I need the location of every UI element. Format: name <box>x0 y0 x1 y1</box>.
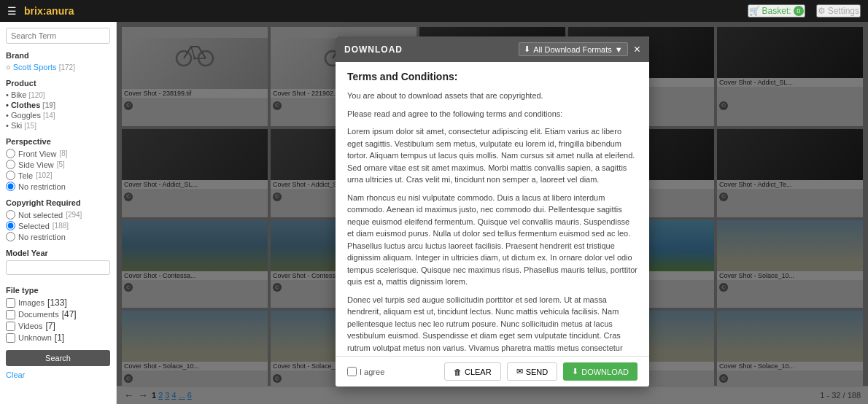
modal-overlay: DOWNLOAD ⬇ All Download Formats ▼ × Term… <box>117 22 868 404</box>
brand-title: Brand <box>6 51 110 60</box>
model-year-title: Model Year <box>6 249 110 257</box>
sidebar-item-goggles[interactable]: • Goggles [14] <box>6 111 110 120</box>
filetype-videos[interactable]: Videos [7] <box>6 321 110 331</box>
hamburger-icon[interactable]: ☰ <box>7 5 17 17</box>
sidebar-item-ski[interactable]: • Ski [15] <box>6 121 110 130</box>
format-label: All Download Formats <box>533 45 612 54</box>
download-modal: DOWNLOAD ⬇ All Download Formats ▼ × Term… <box>336 36 649 386</box>
main-layout: Brand ○ Scott Sports [172] Product • Bik… <box>0 22 868 404</box>
send-label: SEND <box>526 368 549 376</box>
file-type-title: File type <box>6 286 110 295</box>
agree-checkbox-group[interactable]: I agree <box>347 367 384 376</box>
perspective-tele[interactable]: Tele [102] <box>6 171 110 180</box>
sidebar-item-brand-scott[interactable]: ○ Scott Sports [172] <box>6 63 110 71</box>
copyright-title: Copyright Required <box>6 198 110 207</box>
perspective-front[interactable]: Front View [8] <box>6 149 110 158</box>
clear-label: CLEAR <box>465 368 492 376</box>
copyright-not-selected[interactable]: Not selected [294] <box>6 210 110 220</box>
trash-icon: 🗑 <box>454 368 462 376</box>
modal-para2: Nam rhoncus eu nisl vulputate commodo. D… <box>347 192 638 288</box>
modal-para3: Donec vel turpis sed augue sollicitudin … <box>347 294 638 357</box>
settings-button[interactable]: ⚙ Settings <box>816 4 861 18</box>
clothes-count: [19] <box>42 101 55 109</box>
selected-label: Selected <box>18 222 50 230</box>
copyright-section: Copyright Required Not selected [294] Se… <box>6 198 110 241</box>
send-icon: ✉ <box>516 367 523 376</box>
product-section: Product • Bike [120] • Clothes [19] • Go… <box>6 79 110 130</box>
filetype-unknown[interactable]: Unknown [1] <box>6 333 110 343</box>
modal-intro2: Please read and agree to the following t… <box>347 108 638 120</box>
send-button[interactable]: ✉ SEND <box>507 362 558 381</box>
format-select[interactable]: ⬇ All Download Formats ▼ <box>519 42 627 56</box>
modal-body: Terms and Conditions: You are about to d… <box>336 62 649 356</box>
modal-header-right: ⬇ All Download Formats ▼ × <box>519 42 640 56</box>
format-icon: ⬇ <box>524 44 530 54</box>
model-year-input[interactable] <box>6 260 110 275</box>
download-button[interactable]: ⬇ DOWNLOAD <box>563 362 638 381</box>
perspective-title: Perspective <box>6 137 110 146</box>
modal-para1: Lorem ipsum dolor sit amet, consectetur … <box>347 125 638 186</box>
download-label: DOWNLOAD <box>581 368 629 376</box>
modal-footer: I agree 🗑 CLEAR ✉ SEND ⬇ DOW <box>336 356 649 386</box>
clothes-label: Clothes <box>11 101 40 109</box>
filetype-documents[interactable]: Documents [47] <box>6 309 110 319</box>
modal-heading: Terms and Conditions: <box>347 71 638 82</box>
search-input[interactable] <box>6 28 110 44</box>
topbar: ☰ brix:anura 🛒 Basket: 0 ⚙ Settings <box>0 0 868 22</box>
clear-link[interactable]: Clear <box>6 370 25 379</box>
brand-count-scott: [172] <box>59 63 75 71</box>
agree-label: I agree <box>360 368 384 376</box>
brand-name: brix:anura <box>24 5 74 17</box>
model-year-section: Model Year <box>6 249 110 279</box>
brand-section: Brand ○ Scott Sports [172] <box>6 51 110 71</box>
modal-close-button[interactable]: × <box>634 44 640 55</box>
product-title: Product <box>6 79 110 88</box>
file-type-section: File type Images [133] Documents [47] Vi… <box>6 286 110 343</box>
basket-count: 0 <box>794 6 804 16</box>
basket-button[interactable]: 🛒 Basket: 0 <box>748 4 805 18</box>
perspective-side[interactable]: Side View [5] <box>6 160 110 169</box>
modal-intro1: You are about to download assets that ar… <box>347 90 638 102</box>
sidebar-item-bike[interactable]: • Bike [120] <box>6 90 110 99</box>
filetype-images[interactable]: Images [133] <box>6 298 110 308</box>
sidebar-item-clothes[interactable]: • Clothes [19] <box>6 101 110 109</box>
clear-button[interactable]: 🗑 CLEAR <box>444 362 501 381</box>
search-button[interactable]: Search <box>6 350 110 366</box>
sidebar: Brand ○ Scott Sports [172] Product • Bik… <box>0 22 117 404</box>
copyright-selected[interactable]: Selected [188] <box>6 221 110 230</box>
perspective-section: Perspective Front View [8] Side View [5]… <box>6 137 110 191</box>
modal-header: DOWNLOAD ⬇ All Download Formats ▼ × <box>336 36 649 62</box>
settings-label: Settings <box>828 6 859 16</box>
download-icon: ⬇ <box>572 367 578 376</box>
perspective-none[interactable]: No restriction <box>6 182 110 191</box>
brand-link-scott[interactable]: Scott Sports <box>13 63 57 71</box>
basket-label: Basket: <box>762 6 791 16</box>
topbar-right: 🛒 Basket: 0 ⚙ Settings <box>748 4 861 18</box>
agree-checkbox[interactable] <box>347 367 357 376</box>
footer-buttons: 🗑 CLEAR ✉ SEND ⬇ DOWNLOAD <box>444 362 638 381</box>
topbar-left: ☰ brix:anura <box>7 5 74 17</box>
modal-title: DOWNLOAD <box>344 44 403 55</box>
format-chevron-icon: ▼ <box>615 45 623 54</box>
content-area: Cover Shot - 238199.tif Cover Shot - 221… <box>117 22 868 404</box>
copyright-no-restriction[interactable]: No restriction <box>6 232 110 241</box>
